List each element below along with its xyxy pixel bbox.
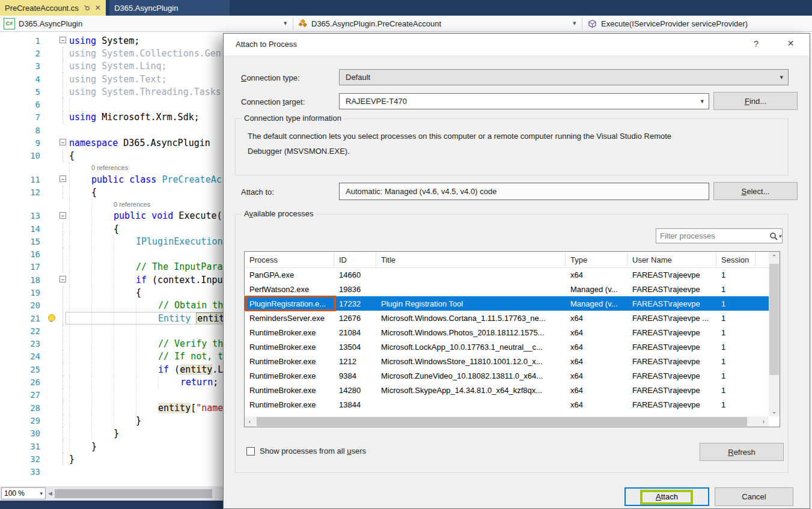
process-row[interactable]: PanGPA.exe14660x64FAREAST\rajeevpe1 xyxy=(245,267,769,282)
collapse-icon[interactable]: − xyxy=(60,175,66,182)
member-dropdown[interactable]: Execute(IServiceProvider serviceProvider… xyxy=(588,16,748,31)
outlining-margin xyxy=(58,363,69,376)
process-row[interactable]: RuntimeBroker.exe21084Microsoft.Windows.… xyxy=(245,325,769,340)
vertical-scrollbar[interactable]: ⌃ ⌄ xyxy=(769,252,780,416)
outlining-margin xyxy=(58,312,69,325)
editor-horizontal-scrollbar[interactable] xyxy=(55,489,212,498)
horizontal-scrollbar-thumb[interactable] xyxy=(257,417,747,426)
line-number: 30 xyxy=(5,428,46,438)
scroll-up-arrow-icon[interactable]: ⌃ xyxy=(769,252,780,262)
lightbulb-icon[interactable] xyxy=(48,314,55,322)
pin-icon[interactable]: ⚲ xyxy=(82,3,91,13)
scroll-down-arrow-icon[interactable]: ⌄ xyxy=(769,406,780,416)
collapse-icon[interactable]: − xyxy=(60,276,66,282)
chevron-down-icon[interactable]: ▾ xyxy=(284,19,287,27)
code-token: .L xyxy=(212,364,223,375)
process-cell xyxy=(376,397,566,412)
line-number: 21 xyxy=(5,314,46,323)
dialog-title-bar[interactable]: Attach to Process ? × xyxy=(224,34,810,55)
refresh-button[interactable]: Refresh xyxy=(700,443,784,461)
code-token: using System.Text; xyxy=(69,74,167,85)
tab-d365-asyncplugin[interactable]: D365.AsyncPlugin xyxy=(109,0,230,16)
close-icon[interactable]: × xyxy=(787,37,794,50)
outline-guide xyxy=(63,261,63,273)
scroll-left-arrow-icon[interactable]: ◀ xyxy=(48,490,52,496)
code-line: 31} xyxy=(5,440,224,453)
chevron-down-icon[interactable]: ▾ xyxy=(779,233,782,239)
close-tab-icon[interactable]: ✕ xyxy=(95,4,101,12)
column-header-title[interactable]: Title xyxy=(376,252,566,267)
scroll-left-arrow-icon[interactable]: ‹ xyxy=(245,416,255,427)
process-row[interactable]: RuntimeBroker.exe14280Microsoft.SkypeApp… xyxy=(245,383,769,397)
process-row[interactable]: PerfWatson2.exe19836Managed (v...FAREAST… xyxy=(245,282,769,296)
indent-guide xyxy=(69,414,91,427)
glyph-margin xyxy=(46,261,58,273)
outlining-margin xyxy=(58,235,69,248)
filter-processes-input[interactable] xyxy=(656,231,769,240)
code-line: 14{ xyxy=(5,222,224,235)
column-header-session[interactable]: Session xyxy=(716,252,756,267)
indent-guide xyxy=(91,338,114,350)
process-cell: 1 xyxy=(716,311,756,325)
filter-processes-box[interactable]: ▾ xyxy=(656,228,783,243)
code-token: System; xyxy=(96,35,139,46)
code-editor-surface[interactable]: 1−using System;2using System.Collections… xyxy=(0,32,224,486)
column-header-type[interactable]: Type xyxy=(566,252,627,267)
search-icon[interactable] xyxy=(769,232,778,240)
collapse-icon[interactable]: − xyxy=(60,139,66,145)
scroll-right-arrow-icon[interactable]: › xyxy=(759,416,769,427)
show-all-users-checkbox[interactable] xyxy=(246,447,255,456)
column-header-user-name[interactable]: User Name xyxy=(627,252,716,267)
vertical-scrollbar-thumb[interactable] xyxy=(769,264,779,375)
code-token: Entity xyxy=(158,313,191,324)
help-icon[interactable]: ? xyxy=(754,38,759,49)
code-token: { xyxy=(69,150,75,161)
process-list-rows: PanGPA.exe14660x64FAREAST\rajeevpe1PerfW… xyxy=(245,267,769,416)
process-row[interactable]: RuntimeBroker.exe13504Microsoft.LockApp_… xyxy=(245,340,769,354)
attach-to-field[interactable]: Automatic: Managed (v4.6, v4.5, v4.0) co… xyxy=(339,183,709,200)
show-all-users-label[interactable]: Show processes from all users xyxy=(260,447,366,456)
column-header-id[interactable]: ID xyxy=(334,252,376,267)
connection-type-combobox[interactable]: Default ▾ xyxy=(339,69,789,85)
indent-guide xyxy=(136,363,158,376)
indent-guide xyxy=(69,199,91,210)
project-dropdown[interactable]: C# D365.AsyncPlugin xyxy=(4,16,82,31)
glyph-margin xyxy=(46,47,58,59)
divider xyxy=(582,17,582,29)
type-dropdown[interactable]: D365.AsyncPlugin.PreCreateAccount xyxy=(298,16,441,31)
outline-guide xyxy=(63,248,63,260)
outlining-margin xyxy=(58,199,69,210)
connection-type-information-group: Connection type information The default … xyxy=(235,118,789,175)
line-number: 16 xyxy=(5,249,46,259)
select-button[interactable]: Select... xyxy=(713,182,798,200)
indent-guide xyxy=(158,376,180,388)
process-cell: 14660 xyxy=(334,267,376,282)
column-header-process[interactable]: Process xyxy=(245,252,334,267)
process-row[interactable]: RuntimeBroker.exe13844x64FAREAST\rajeevp… xyxy=(245,397,769,412)
find-button[interactable]: Find... xyxy=(713,92,798,110)
codelens-references[interactable]: 0 references xyxy=(114,201,150,208)
chevron-down-icon[interactable]: ▾ xyxy=(573,19,576,27)
connection-target-combobox[interactable]: RAJEEVPE-T470 ▾ xyxy=(339,93,709,109)
codelens-references[interactable]: 0 references xyxy=(91,164,128,171)
process-cell: Microsoft.WindowsStore_11810.1001.12.0_x… xyxy=(376,354,566,368)
horizontal-scrollbar[interactable]: ‹ › xyxy=(245,416,769,427)
code-line: 28entity["name xyxy=(5,401,224,414)
cancel-button[interactable]: Cancel xyxy=(715,487,793,506)
process-row[interactable]: RemindersServer.exe12676Microsoft.Window… xyxy=(245,311,769,325)
process-row[interactable]: RuntimeBroker.exe1212Microsoft.WindowsSt… xyxy=(245,354,769,368)
indent-guide xyxy=(91,312,114,325)
collapse-icon[interactable]: − xyxy=(60,37,66,43)
outline-guide xyxy=(63,150,63,162)
editor-zoom-dropdown[interactable]: 100 % ▾ xyxy=(1,487,46,499)
process-row[interactable]: RuntimeBroker.exe10480Microsoft.Microsof… xyxy=(245,412,769,416)
tab-precreateaccount[interactable]: PreCreateAccount.cs ⚲ ✕ xyxy=(0,0,106,16)
line-number: 24 xyxy=(5,352,46,361)
method-icon xyxy=(588,19,597,28)
process-row[interactable]: PluginRegistration.e...17232Plugin Regis… xyxy=(245,296,769,311)
collapse-icon[interactable]: − xyxy=(60,212,66,219)
outline-guide xyxy=(63,440,63,453)
line-number: 1 xyxy=(5,36,46,46)
attach-button[interactable]: Attach xyxy=(624,487,709,506)
process-row[interactable]: RuntimeBroker.exe9384Microsoft.ZuneVideo… xyxy=(245,368,769,383)
